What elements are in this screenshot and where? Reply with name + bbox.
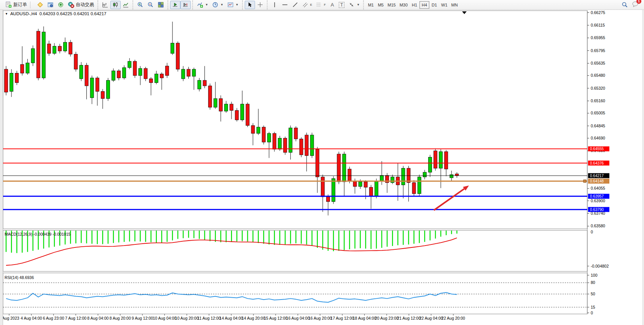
price-axis-label: 0.65955 bbox=[591, 35, 605, 40]
chart-title-dropdown-icon[interactable]: ▼ bbox=[5, 12, 8, 16]
price-axis-label: 0.65635 bbox=[591, 61, 605, 65]
price-axis-label: 0.65160 bbox=[591, 98, 605, 103]
timeframe-m1[interactable]: M1 bbox=[366, 1, 376, 9]
price-axis-label: 0.64690 bbox=[591, 136, 605, 140]
text-label-tool-button[interactable]: T bbox=[337, 1, 346, 9]
new-order-button[interactable]: 新订单 bbox=[3, 1, 29, 9]
indicators-button[interactable]: ▼ bbox=[195, 1, 210, 9]
price-tag-label: 0.64555 bbox=[590, 147, 604, 151]
navigator-button[interactable] bbox=[56, 1, 66, 9]
chart-canvas[interactable]: 0.662750.661150.659550.657950.656350.654… bbox=[0, 10, 644, 325]
autotrade-button[interactable]: 自动交易 bbox=[66, 1, 96, 9]
window-right-edge bbox=[642, 10, 644, 325]
chart-shift-button[interactable] bbox=[180, 1, 191, 9]
zoom-in-button[interactable] bbox=[135, 1, 145, 9]
timeframe-w1[interactable]: W1 bbox=[439, 1, 450, 9]
time-axis-label: 20 Aug 23:00 bbox=[375, 316, 399, 320]
candle-body bbox=[310, 135, 314, 155]
candle-body bbox=[214, 98, 217, 107]
candle-body bbox=[117, 71, 121, 78]
timeframe-group: M1M5M15M30H1H4D1W1MN bbox=[363, 0, 459, 10]
candle-body bbox=[155, 74, 158, 83]
search-icon[interactable] bbox=[622, 2, 628, 8]
candle-body bbox=[123, 68, 126, 78]
trendline-tool-button[interactable] bbox=[290, 1, 300, 9]
notification-badge: 1 bbox=[636, 0, 641, 4]
timeframe-d1[interactable]: D1 bbox=[429, 1, 439, 9]
candle-body bbox=[445, 152, 448, 169]
text-tool-button[interactable]: A bbox=[328, 1, 337, 9]
candle-body bbox=[278, 138, 282, 149]
candlestick-chart-icon bbox=[112, 2, 119, 8]
market-watch-icon bbox=[37, 2, 43, 8]
candle-body bbox=[305, 135, 308, 155]
candle-body bbox=[176, 43, 180, 69]
period-button[interactable]: ▼ bbox=[210, 1, 225, 9]
candle-body bbox=[21, 65, 24, 73]
candle-body bbox=[106, 80, 110, 98]
arrows-tool-button[interactable]: ▼ bbox=[346, 1, 362, 9]
cursor-tool-button[interactable] bbox=[245, 1, 255, 9]
vertical-line-tool-button[interactable] bbox=[269, 1, 280, 9]
timeframe-mn[interactable]: MN bbox=[450, 1, 460, 9]
candle-body bbox=[407, 168, 410, 183]
rsi-axis-label: 50 bbox=[591, 292, 595, 296]
cursor-icon bbox=[247, 2, 253, 8]
candle-body bbox=[369, 187, 373, 196]
candle-body bbox=[160, 74, 163, 78]
bar-chart-button[interactable] bbox=[100, 1, 110, 9]
time-axis-label: 18 Aug 04:00 bbox=[353, 316, 376, 320]
time-axis-label: 22 Aug 04:00 bbox=[419, 316, 443, 320]
candle-body bbox=[26, 63, 29, 73]
candle-body bbox=[133, 61, 137, 76]
line-chart-button[interactable] bbox=[121, 1, 131, 9]
price-tag-label: 0.64217 bbox=[590, 174, 604, 178]
tile-windows-button[interactable] bbox=[156, 1, 166, 9]
notifications-button[interactable]: 1 bbox=[632, 1, 639, 9]
text-tool-icon: A bbox=[331, 2, 334, 8]
template-button[interactable]: ▼ bbox=[225, 1, 241, 9]
zoom-out-button[interactable] bbox=[145, 1, 156, 9]
candle-body bbox=[391, 177, 394, 183]
candle-body bbox=[101, 91, 104, 98]
rsi-indicator-label: RSI(14) 48.6936 bbox=[5, 275, 34, 280]
candle-body bbox=[171, 43, 174, 53]
price-axis-label: 0.63900 bbox=[591, 198, 605, 203]
timeframe-m30[interactable]: M30 bbox=[398, 1, 410, 9]
main-toolbar: 新订单 bbox=[0, 0, 644, 10]
crosshair-tool-button[interactable] bbox=[255, 1, 265, 9]
chart-window[interactable]: 0.662750.661150.659550.657950.656350.654… bbox=[0, 10, 644, 325]
fibonacci-tool-button[interactable]: F bbox=[314, 1, 328, 9]
timeframe-m15[interactable]: M15 bbox=[386, 1, 397, 9]
price-axis-label: 0.64845 bbox=[591, 124, 605, 128]
price-axis-label: 0.66275 bbox=[591, 10, 605, 15]
bar-chart-icon bbox=[102, 2, 108, 8]
candle-body bbox=[273, 133, 276, 149]
time-axis-label: 11 Aug 12:00 bbox=[198, 316, 221, 320]
time-axis-label: 6 Aug 23:00 bbox=[43, 316, 64, 320]
level-anchor-marker bbox=[583, 180, 586, 182]
candle-body bbox=[241, 104, 244, 120]
chart-shift-icon bbox=[182, 2, 189, 8]
rsi-axis-label: 100 bbox=[591, 273, 598, 277]
candle-body bbox=[42, 32, 45, 78]
time-axis-label: 14 Aug 20:00 bbox=[242, 316, 265, 320]
horizontal-line-tool-button[interactable] bbox=[280, 1, 290, 9]
candle-body bbox=[64, 42, 67, 51]
navigator-icon bbox=[57, 2, 64, 8]
text-label-icon: T bbox=[339, 2, 344, 8]
channel-tool-button[interactable]: E bbox=[300, 1, 314, 9]
candle-body bbox=[166, 66, 169, 76]
timeframe-h4[interactable]: H4 bbox=[419, 1, 429, 9]
candle-body bbox=[294, 128, 298, 139]
data-window-button[interactable] bbox=[45, 1, 56, 9]
candle-body bbox=[15, 73, 19, 83]
timeframe-h1[interactable]: H1 bbox=[410, 1, 419, 9]
candle-body bbox=[53, 46, 56, 54]
auto-scroll-button[interactable] bbox=[170, 1, 180, 9]
market-watch-button[interactable] bbox=[35, 1, 45, 9]
timeframe-m5[interactable]: M5 bbox=[376, 1, 386, 9]
time-axis-label: 22 Aug 20:00 bbox=[442, 316, 465, 320]
candle-body bbox=[348, 169, 351, 181]
candlestick-chart-button[interactable] bbox=[110, 1, 121, 9]
